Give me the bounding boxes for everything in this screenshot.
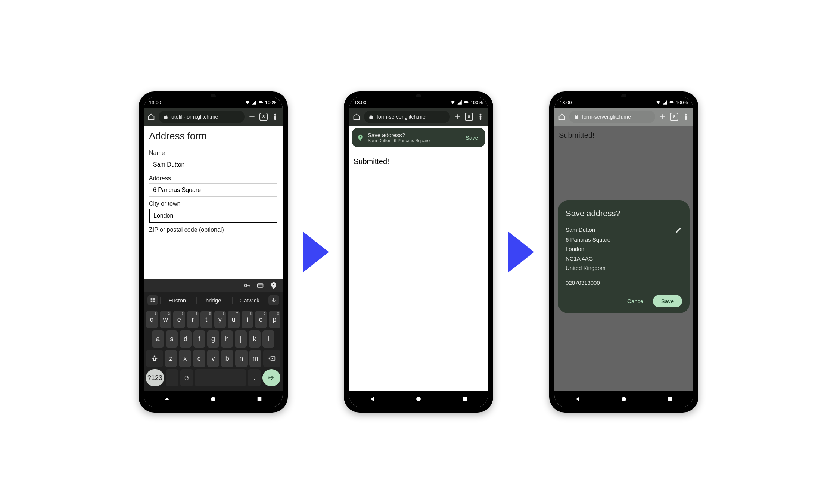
url-text: form-server.glitch.me (582, 114, 631, 120)
key-row-1: q1w2e3r4t5y6u7i8o9p0 (146, 311, 280, 328)
key-f[interactable]: f (193, 330, 205, 348)
tab-switcher[interactable]: 8 (465, 113, 473, 121)
numeric-key[interactable]: ?123 (146, 369, 164, 386)
svg-point-6 (244, 284, 247, 287)
save-address-sheet: Save address? Sam Dutton 6 Pancras Squar… (558, 200, 690, 313)
svg-point-3 (274, 114, 276, 115)
key-u[interactable]: u7 (228, 311, 240, 328)
nav-back-icon[interactable] (164, 396, 170, 402)
mic-icon[interactable] (268, 295, 279, 305)
svg-point-29 (685, 116, 686, 117)
svg-rect-32 (668, 397, 672, 401)
omnibox[interactable]: utofill-form.glitch.me (159, 111, 245, 123)
clipboard-icon[interactable] (147, 295, 158, 305)
password-key-icon[interactable] (243, 282, 251, 289)
key-g[interactable]: g (207, 330, 219, 348)
home-icon[interactable] (353, 113, 360, 121)
omnibox[interactable]: form-server.glitch.me (364, 111, 450, 123)
new-tab-icon[interactable] (454, 113, 461, 121)
svg-point-14 (211, 397, 215, 401)
key-w[interactable]: w2 (160, 311, 172, 328)
home-icon (558, 113, 566, 121)
overflow-menu-icon[interactable] (271, 113, 279, 121)
signal-icon (457, 100, 462, 105)
toast-title: Save address? (368, 132, 460, 138)
key-x[interactable]: x (179, 350, 191, 367)
nav-back-icon[interactable] (574, 396, 581, 402)
key-k[interactable]: k (249, 330, 261, 348)
svg-point-21 (480, 118, 481, 119)
comma-key[interactable]: , (166, 369, 178, 386)
suggestion-2[interactable]: bridge (196, 297, 230, 304)
battery-icon (669, 100, 674, 105)
key-i[interactable]: i8 (242, 311, 253, 328)
toast-save-button[interactable]: Save (463, 133, 480, 142)
backspace-key[interactable] (263, 350, 280, 367)
svg-point-8 (273, 284, 274, 285)
svg-point-4 (274, 116, 276, 117)
payment-card-icon[interactable] (256, 282, 264, 289)
input-name[interactable] (149, 158, 277, 171)
svg-rect-10 (153, 298, 155, 300)
key-v[interactable]: v (207, 350, 220, 367)
space-key[interactable] (195, 369, 246, 386)
status-time: 13:00 (560, 100, 572, 105)
home-icon[interactable] (147, 113, 155, 121)
key-y[interactable]: y6 (214, 311, 226, 328)
cancel-button[interactable]: Cancel (623, 295, 649, 307)
nav-home-icon[interactable] (210, 396, 217, 402)
nav-recent-icon[interactable] (461, 396, 468, 402)
soft-keyboard: q1w2e3r4t5y6u7i8o9p0 asdfghjkl zxcvbnm ?… (144, 308, 283, 391)
key-q[interactable]: q1 (146, 311, 158, 328)
page-title: Address form (149, 130, 277, 144)
key-l[interactable]: l (262, 330, 274, 348)
period-key[interactable]: . (248, 369, 261, 386)
suggestion-3[interactable]: Gatwick (232, 297, 266, 304)
save-address-toast: Save address? Sam Dutton, 6 Pancras Squa… (352, 128, 485, 147)
tab-switcher: 8 (670, 113, 678, 121)
key-row-2: asdfghjkl (146, 330, 280, 348)
svg-rect-2 (164, 116, 167, 119)
key-d[interactable]: d (180, 330, 192, 348)
emoji-key[interactable]: ☺ (180, 369, 193, 386)
key-p[interactable]: p0 (269, 311, 281, 328)
key-e[interactable]: e3 (173, 311, 185, 328)
key-s[interactable]: s (166, 330, 178, 348)
shift-key[interactable] (146, 350, 163, 367)
key-a[interactable]: a (152, 330, 164, 348)
svg-rect-11 (151, 301, 153, 302)
nav-home-icon[interactable] (620, 396, 627, 402)
input-address[interactable] (149, 183, 277, 197)
suggestion-1[interactable]: Euston (160, 297, 194, 304)
svg-rect-16 (464, 101, 468, 103)
overflow-menu-icon[interactable] (477, 113, 484, 121)
key-h[interactable]: h (221, 330, 233, 348)
nav-home-icon[interactable] (415, 396, 422, 402)
label-address: Address (149, 175, 277, 182)
nav-recent-icon[interactable] (667, 396, 673, 402)
key-c[interactable]: c (193, 350, 205, 367)
key-n[interactable]: n (235, 350, 248, 367)
input-city[interactable] (149, 209, 277, 223)
key-o[interactable]: o9 (255, 311, 267, 328)
key-r[interactable]: r4 (187, 311, 199, 328)
submitted-heading: Submitted! (349, 152, 488, 171)
enter-key[interactable] (262, 369, 280, 386)
svg-point-31 (622, 397, 626, 401)
key-row-3: zxcvbnm (146, 350, 280, 367)
location-pin-icon[interactable] (270, 282, 277, 289)
key-t[interactable]: t5 (200, 311, 212, 328)
new-tab-icon (659, 113, 666, 121)
browser-toolbar: form-server.glitch.me 8 (349, 108, 488, 126)
tab-switcher[interactable]: 8 (259, 113, 268, 121)
edit-icon[interactable] (675, 227, 682, 233)
key-j[interactable]: j (235, 330, 247, 348)
key-m[interactable]: m (249, 350, 262, 367)
new-tab-icon[interactable] (248, 113, 256, 121)
nav-back-icon[interactable] (369, 396, 376, 402)
key-z[interactable]: z (165, 350, 177, 367)
save-button[interactable]: Save (653, 295, 682, 307)
nav-recent-icon[interactable] (256, 396, 263, 402)
key-b[interactable]: b (221, 350, 233, 367)
location-pin-icon (357, 134, 364, 141)
